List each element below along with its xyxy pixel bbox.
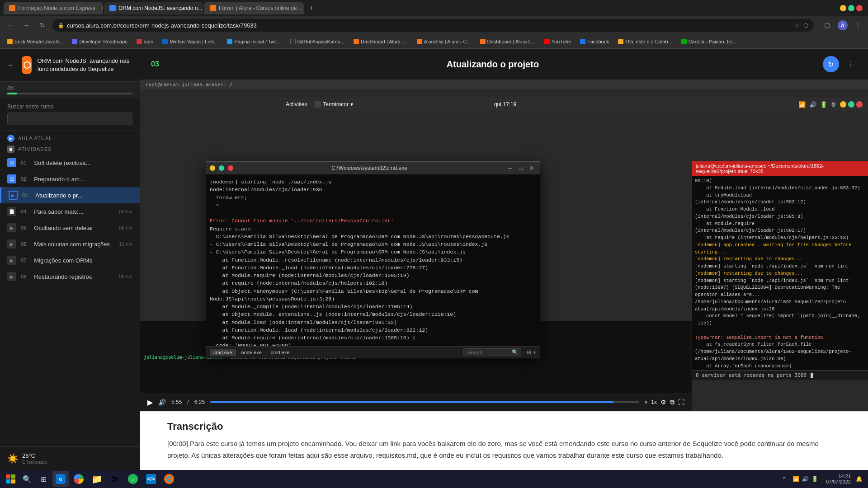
- lesson-item-7[interactable]: ▶ 07. Migrações com ORMs: [0, 252, 140, 268]
- gnome-max-btn[interactable]: [848, 101, 854, 108]
- extensions-button[interactable]: ⬡: [821, 19, 834, 32]
- bookmark-npm[interactable]: npm: [133, 38, 157, 45]
- bookmark-github[interactable]: GitHub/IsaiasKardo...: [287, 38, 349, 45]
- start-button[interactable]: [4, 472, 18, 486]
- transcription-section: Transcrição [00:00] Para este curso já t…: [140, 411, 868, 470]
- taskbar-store-icon[interactable]: 🛍: [107, 471, 123, 487]
- terminal-close[interactable]: [228, 165, 233, 171]
- lesson-item-2[interactable]: ☑ 02. Preparando o am...: [0, 171, 140, 187]
- forward-button[interactable]: →: [20, 19, 33, 32]
- volume-button[interactable]: 🔊: [158, 399, 166, 406]
- lesson-num-8: 08.: [21, 274, 28, 279]
- search-icon-terminal: 🔍: [512, 349, 518, 355]
- taskbar-browser2-icon[interactable]: 🌐: [161, 471, 177, 487]
- lesson-item-6[interactable]: ▶ 06. Mais colunas com migrações 11min: [0, 236, 140, 252]
- terminal-body[interactable]: [nodemon] starting `node ./api/index.js`…: [206, 174, 540, 346]
- terminal-tab-1[interactable]: cmd.exe: [210, 349, 236, 356]
- new-terminal-btn[interactable]: +: [533, 349, 536, 356]
- video-progress-bar[interactable]: [210, 401, 639, 403]
- current-time: 5:55: [171, 399, 182, 405]
- play-button[interactable]: ▶: [147, 398, 153, 407]
- tab-bar: Formação Node.js com Express ✕ ORM com N…: [0, 0, 868, 16]
- bookmark-youtube[interactable]: YouTube: [541, 38, 575, 45]
- taskbar-datetime[interactable]: 14:21 07/07/2022: [826, 474, 851, 484]
- network-icon[interactable]: 📶: [798, 101, 806, 108]
- tab-label-3: Fórum | Alura - Cursos online de...: [219, 5, 302, 11]
- taskbar-vscode-icon[interactable]: </>: [143, 471, 159, 487]
- terminal-win-max[interactable]: □: [516, 164, 525, 173]
- bookmark-facebook[interactable]: Facebook: [576, 38, 613, 45]
- gnome-min-btn[interactable]: [840, 101, 846, 108]
- terminal-search-input[interactable]: [467, 350, 512, 355]
- back-button[interactable]: ←: [4, 19, 16, 32]
- gnome-app-menu[interactable]: ⬛ Terminator ▾: [314, 101, 353, 108]
- terminal-maximize[interactable]: [219, 165, 224, 171]
- tray-network-icon[interactable]: 📶: [793, 476, 799, 482]
- more-options-btn[interactable]: ⋮: [844, 58, 857, 70]
- terminal-win-min[interactable]: ─: [505, 164, 514, 173]
- terminal-win-close-x[interactable]: ✕: [527, 164, 536, 173]
- taskbar-chrome-icon[interactable]: [71, 471, 87, 487]
- bookmark-colab[interactable]: Olá, este é o Colab...: [614, 38, 675, 45]
- bookmark-dashboard2[interactable]: Dashboard | Alura L...: [476, 38, 539, 45]
- pip-btn[interactable]: ⧉: [670, 399, 675, 406]
- battery-icon[interactable]: 🔋: [820, 101, 827, 108]
- bookmark-aluraflix[interactable]: AluraFlix | Alura - C...: [413, 38, 475, 45]
- gnome-activities-btn[interactable]: Activities: [286, 101, 307, 108]
- tab-3[interactable]: Fórum | Alura - Cursos online de... ✕: [204, 2, 304, 14]
- search-taskbar-btn[interactable]: 🔍: [20, 472, 34, 486]
- lesson-item-1[interactable]: ☑ 01. Soft delete (exclusã...: [0, 155, 140, 171]
- skip-forward-btn[interactable]: »: [645, 399, 648, 405]
- bookmark-roadmaps[interactable]: Developer Roadmaps: [68, 38, 131, 45]
- bookmark-cartola[interactable]: Cartola - Paixão, Es...: [678, 38, 741, 45]
- taskbar-edge-icon[interactable]: e: [52, 471, 69, 487]
- notification-btn[interactable]: 🔔: [854, 474, 864, 484]
- tab-close-1[interactable]: ✕: [101, 5, 103, 11]
- tab-1[interactable]: Formação Node.js com Express ✕: [4, 2, 103, 14]
- split-terminal-btn[interactable]: ⊞: [527, 349, 531, 356]
- bookmark-dashboard1[interactable]: Dashboard | Alura -...: [350, 38, 411, 45]
- taskbar-spotify-icon[interactable]: ♪: [125, 471, 141, 487]
- taskview-btn[interactable]: ⊞: [36, 472, 51, 486]
- new-tab-button[interactable]: +: [305, 4, 318, 12]
- maximize-button[interactable]: [848, 5, 854, 11]
- settings-btn-video[interactable]: ⚙: [660, 399, 666, 406]
- terminal-tab-3[interactable]: cmd.exe: [267, 349, 293, 356]
- search-input[interactable]: [7, 113, 132, 125]
- playback-speed[interactable]: 1x: [651, 399, 657, 405]
- address-bar[interactable]: 🔒 cursos.alura.com.br/course/orm-nodejs-…: [52, 19, 814, 32]
- fullscreen-btn[interactable]: ⛶: [678, 399, 684, 406]
- terminal-minimize[interactable]: [210, 165, 215, 171]
- bookmark-twitter[interactable]: Página Inicial / Twit...: [223, 38, 284, 45]
- close-button[interactable]: [856, 5, 863, 11]
- audio-icon[interactable]: 🔊: [809, 101, 816, 108]
- tray-volume-icon[interactable]: 🔊: [802, 476, 809, 482]
- terminal-line-5: [210, 209, 536, 217]
- lesson-item-3[interactable]: ▶ 03. Atualizando o pr...: [0, 187, 140, 203]
- lesson-item-5[interactable]: ▶ 05. Ocultando sem deletar 06min: [0, 220, 140, 236]
- reload-button[interactable]: ↻: [36, 19, 49, 32]
- show-hidden-icons-btn[interactable]: ^: [779, 474, 790, 484]
- menu-button[interactable]: ⋮: [852, 19, 864, 32]
- profile-button[interactable]: A: [836, 19, 849, 32]
- tray-battery-icon[interactable]: 🔋: [811, 476, 818, 482]
- bookmark-linkedin[interactable]: Minhas Vagas | Link...: [159, 38, 222, 45]
- star-icon[interactable]: ☆: [794, 22, 800, 29]
- main-content: 03 Atualizando o projeto ↻ ⋮ Activities …: [140, 49, 868, 470]
- extension-icon[interactable]: ⬡: [803, 22, 808, 29]
- settings-icon-gnome[interactable]: ⚙: [831, 101, 836, 108]
- lesson-item-8[interactable]: ▶ 08. Restaurando registros 06min: [0, 268, 140, 285]
- gnome-window-controls: [840, 101, 863, 108]
- terminal-tab-2[interactable]: node.exe: [238, 349, 265, 356]
- taskbar-explorer-icon[interactable]: 📁: [89, 471, 105, 487]
- progress-fill: [7, 93, 17, 94]
- lesson-item-4[interactable]: 📄 04. Para saber mais:... 06min: [0, 203, 140, 220]
- bookmark-erick[interactable]: Erick Wendel JavaS...: [4, 38, 66, 45]
- right-panel-body[interactable]: 89:10) at Module.load (internal/modules/…: [692, 176, 868, 370]
- minimize-button[interactable]: [840, 5, 846, 11]
- gnome-close-btn[interactable]: [856, 101, 863, 108]
- refresh-btn[interactable]: ↻: [823, 56, 839, 72]
- tab-2[interactable]: ORM com NodeJS: avançando n... ✕: [104, 2, 203, 14]
- back-to-courses[interactable]: ←: [7, 61, 14, 69]
- terminal-search[interactable]: 🔍: [463, 348, 521, 356]
